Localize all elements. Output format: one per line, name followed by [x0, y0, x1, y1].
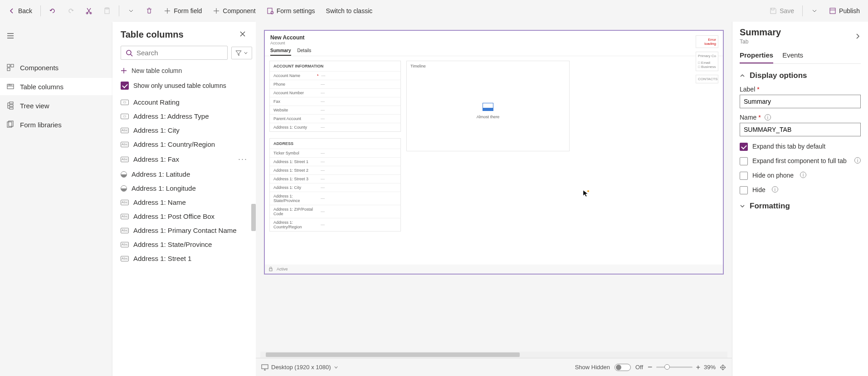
form-field-row[interactable]: Account Name*---	[270, 71, 400, 80]
form-field-row[interactable]: Ticker Symbol---	[270, 149, 400, 157]
related-card[interactable]: Error loading	[696, 35, 718, 48]
label-input[interactable]	[740, 95, 861, 108]
paste-button[interactable]	[99, 5, 115, 17]
hide-phone-checkbox[interactable]	[740, 172, 748, 180]
info-icon[interactable]: i	[765, 114, 771, 121]
zoom-in-button[interactable]: +	[696, 363, 700, 371]
timeline-status: Almost there	[477, 115, 500, 119]
form-tab-summary[interactable]: Summary	[270, 48, 291, 56]
form-settings-button[interactable]: Form settings	[262, 5, 320, 17]
display-options-header[interactable]: Display options	[740, 71, 861, 80]
back-button[interactable]: Back	[4, 5, 37, 17]
add-component-button[interactable]: Component	[208, 5, 260, 17]
column-item[interactable]: AbcAddress 1: Name	[112, 195, 256, 209]
paste-dropdown[interactable]	[123, 5, 139, 17]
nav-table-columns[interactable]: Abc Table columns	[0, 78, 112, 95]
column-item[interactable]: Address 1: Longitude	[112, 181, 256, 195]
column-list[interactable]: ▭Account Rating▭Address 1: Address TypeA…	[112, 95, 256, 376]
zoom-slider[interactable]	[656, 366, 692, 368]
form-field-row[interactable]: Phone---	[270, 80, 400, 88]
form-field-row[interactable]: Website---	[270, 106, 400, 114]
field-label: Address 1: County	[273, 125, 314, 130]
info-icon[interactable]: i	[772, 186, 778, 193]
column-item[interactable]: AbcAddress 1: Primary Contact Name	[112, 223, 256, 237]
chevron-right-icon[interactable]	[854, 33, 861, 39]
left-nav: Components Abc Table columns Tree view F…	[0, 22, 112, 376]
publish-button[interactable]: Publish	[824, 5, 864, 17]
more-button[interactable]: ···	[238, 154, 248, 164]
hide-checkbox[interactable]	[740, 186, 748, 194]
form-field-row[interactable]: Address 1: City---	[270, 183, 400, 192]
column-label: Address 1: Longitude	[132, 184, 196, 192]
hamburger-button[interactable]	[0, 27, 112, 44]
fit-icon[interactable]	[719, 364, 727, 371]
events-tab[interactable]: Events	[782, 51, 803, 63]
save-dropdown[interactable]	[806, 5, 823, 17]
switch-classic-button[interactable]: Switch to classic	[322, 5, 377, 17]
filter-button[interactable]	[231, 47, 252, 59]
expand-default-checkbox[interactable]	[740, 143, 748, 151]
error-link[interactable]: Error loading	[698, 38, 716, 46]
undo-button[interactable]	[44, 5, 61, 17]
form-field-row[interactable]: Account Number---	[270, 88, 400, 97]
column-item[interactable]: AbcAddress 1: State/Province	[112, 237, 256, 251]
form-field-row[interactable]: Address 1: Country/Region---	[270, 218, 400, 231]
column-item[interactable]: ▭Account Rating	[112, 95, 256, 109]
column-item[interactable]: Address 1: Latitude	[112, 167, 256, 181]
column-item[interactable]: AbcAddress 1: Country/Region	[112, 137, 256, 151]
cut-button[interactable]	[81, 5, 97, 17]
expand-first-checkbox[interactable]	[740, 157, 748, 165]
name-input[interactable]	[740, 123, 861, 136]
save-button[interactable]: Save	[765, 5, 799, 17]
svg-rect-6	[830, 8, 835, 14]
form-field-row[interactable]: Address 1: Street 2---	[270, 166, 400, 174]
primary-contact-card[interactable]: Primary Co □ Email □ Business	[696, 52, 718, 71]
new-table-column-button[interactable]: New table column	[112, 63, 256, 78]
timeline-section[interactable]: Timeline Almost there	[406, 61, 570, 151]
add-form-field-button[interactable]: Form field	[159, 5, 206, 17]
contacts-card[interactable]: CONTACTS	[696, 75, 718, 83]
plus-icon	[164, 7, 171, 14]
zoom-out-button[interactable]: −	[648, 362, 653, 372]
form-field-row[interactable]: Address 1: Street 1---	[270, 157, 400, 166]
nav-form-libraries[interactable]: Form libraries	[0, 116, 112, 133]
nav-label: Table columns	[20, 83, 63, 91]
close-panel-button[interactable]	[238, 29, 248, 40]
column-item[interactable]: AbcAddress 1: Post Office Box	[112, 209, 256, 223]
device-selector[interactable]: Desktop (1920 x 1080)	[261, 364, 338, 371]
unused-only-checkbox[interactable]	[121, 82, 129, 90]
form-field-row[interactable]: Address 1: Street 3---	[270, 174, 400, 183]
show-hidden-toggle[interactable]	[614, 364, 631, 371]
properties-tab[interactable]: Properties	[740, 51, 773, 63]
nav-components[interactable]: Components	[0, 59, 112, 76]
nav-tree-view[interactable]: Tree view	[0, 97, 112, 114]
account-info-section[interactable]: ACCOUNT INFORMATION Account Name*---Phon…	[269, 61, 401, 132]
field-value: ---	[321, 209, 325, 214]
text-icon: Abc	[121, 214, 129, 219]
form-field-row[interactable]: Address 1: County---	[270, 123, 400, 131]
form-field-row[interactable]: Parent Account---	[270, 114, 400, 123]
column-item[interactable]: AbcAddress 1: City	[112, 123, 256, 137]
form-tab-details[interactable]: Details	[297, 48, 312, 56]
formatting-header[interactable]: Formatting	[740, 202, 861, 211]
column-label: Account Rating	[133, 98, 180, 106]
scrollbar[interactable]	[251, 204, 256, 231]
info-icon[interactable]: i	[854, 157, 861, 164]
search-input[interactable]	[137, 49, 223, 57]
form-preview[interactable]: New Account Account Summary Details ACCO…	[264, 30, 724, 275]
form-field-row[interactable]: Address 1: State/Province---	[270, 192, 400, 205]
column-item[interactable]: AbcAddress 1: Street 1	[112, 251, 256, 265]
check-label: Hide	[752, 186, 766, 193]
form-field-row[interactable]: Fax---	[270, 97, 400, 106]
column-item[interactable]: ▭Address 1: Address Type	[112, 109, 256, 123]
redo-button[interactable]	[63, 5, 79, 17]
address-section[interactable]: ADDRESS Ticker Symbol---Address 1: Stree…	[269, 138, 401, 231]
timeline-loading-icon	[483, 103, 493, 111]
horizontal-scrollbar[interactable]	[260, 352, 727, 358]
form-field-row[interactable]: Address 1: ZIP/Postal Code---	[270, 205, 400, 218]
field-value: ---	[321, 91, 325, 95]
column-item[interactable]: AbcAddress 1: Fax···	[112, 151, 256, 167]
search-box[interactable]	[121, 46, 228, 60]
delete-button[interactable]	[141, 5, 157, 17]
info-icon[interactable]: i	[800, 172, 806, 178]
